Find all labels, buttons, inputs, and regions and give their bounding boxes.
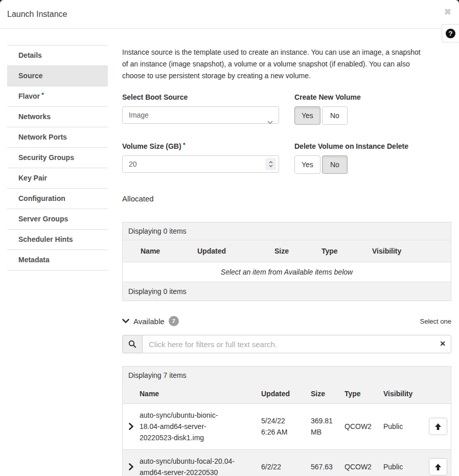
sidebar-item-server-groups[interactable]: Server Groups	[7, 209, 108, 230]
select-one-hint: Select one	[420, 318, 451, 325]
allocate-button[interactable]	[429, 458, 447, 475]
step-description: Instance source is the template used to …	[122, 47, 425, 82]
column-header-name: Name	[140, 390, 261, 398]
column-header-visibility: Visibility	[372, 247, 451, 255]
allocated-table: Displaying 0 items Name Updated Size Typ…	[122, 222, 451, 301]
sidebar-item-flavor[interactable]: Flavor*	[7, 86, 108, 107]
search-bar: ✕	[122, 335, 451, 353]
count-badge: 7	[169, 316, 179, 326]
cell-visibility: Public	[383, 421, 429, 432]
available-count: Displaying 7 items	[123, 367, 451, 384]
table-row: auto-sync/ubuntu-focal-20.04-amd64-serve…	[123, 449, 451, 476]
delete-volume-label: Delete Volume on Instance Delete	[294, 142, 451, 150]
sidebar-item-network-ports[interactable]: Network Ports	[7, 127, 108, 148]
required-asterisk: *	[183, 141, 186, 149]
search-addon	[122, 335, 142, 353]
sidebar-item-metadata[interactable]: Metadata	[7, 250, 108, 270]
column-header-type: Type	[322, 247, 372, 255]
cell-type: QCOW2	[345, 461, 383, 472]
wizard-sidebar: Details Source Flavor* Networks Network …	[7, 45, 108, 476]
row-expander-icon[interactable]	[123, 423, 140, 430]
step-content: Instance source is the template used to …	[108, 45, 451, 476]
launch-instance-modal: Launch Instance ✖ ? Details Source Flavo…	[0, 0, 459, 476]
cell-size: 369.81 MB	[311, 415, 345, 438]
sidebar-item-security-groups[interactable]: Security Groups	[7, 148, 108, 168]
create-volume-no-button[interactable]: No	[322, 106, 348, 125]
allocated-empty-row: Select an item from Available items belo…	[123, 262, 451, 282]
allocated-footer: Displaying 0 items	[123, 282, 451, 301]
sidebar-item-scheduler-hints[interactable]: Scheduler Hints	[7, 230, 108, 250]
volume-size-input[interactable]: 20	[122, 155, 279, 173]
create-volume-yes-button[interactable]: Yes	[294, 106, 320, 125]
table-row: auto-sync/ubuntu-bionic-18.04-amd64-serv…	[123, 403, 451, 449]
sidebar-item-configuration[interactable]: Configuration	[7, 189, 108, 209]
chevron-down-icon	[122, 319, 129, 324]
create-volume-label: Create New Volume	[294, 93, 451, 101]
cell-updated: 6/2/22	[261, 461, 311, 472]
column-header-updated: Updated	[197, 247, 274, 255]
form-row-1: Select Boot Source Image Create New Volu…	[122, 93, 451, 125]
allocate-button[interactable]	[429, 418, 447, 435]
cell-name: auto-sync/ubuntu-bionic-18.04-amd64-serv…	[140, 410, 261, 443]
modal-title: Launch Instance	[0, 0, 459, 19]
delete-volume-toggle: Yes No	[294, 155, 451, 174]
volume-size-value: 20	[129, 160, 137, 168]
expander-column	[123, 390, 140, 398]
spinner-down-icon	[269, 165, 273, 167]
create-volume-toggle: Yes No	[294, 106, 451, 125]
action-column	[429, 390, 451, 398]
allocated-heading: Allocated	[122, 194, 451, 203]
cell-visibility: Public	[383, 461, 429, 472]
cell-updated: 5/24/22 6:26 AM	[261, 415, 311, 438]
close-icon[interactable]: ✖	[444, 8, 451, 16]
spinner-up-icon	[269, 161, 273, 164]
available-collapse-toggle[interactable]: Available 7	[122, 316, 179, 326]
required-asterisk: *	[41, 91, 44, 99]
modal-header: Launch Instance ✖	[0, 0, 459, 29]
column-header-size: Size	[274, 247, 322, 255]
column-header-updated: Updated	[261, 390, 311, 398]
cell-size: 567.63	[311, 461, 345, 472]
arrow-up-icon	[434, 423, 442, 430]
boot-source-value: Image	[129, 111, 149, 119]
volume-size-label: Volume Size (GB)*	[122, 142, 279, 150]
column-header-name: Name	[123, 247, 197, 255]
column-header-visibility: Visibility	[383, 390, 429, 398]
number-spinner[interactable]	[265, 158, 276, 170]
column-header-size: Size	[311, 390, 345, 398]
search-icon	[128, 340, 136, 348]
sidebar-item-source[interactable]: Source	[7, 66, 108, 86]
modal-body: Details Source Flavor* Networks Network …	[0, 29, 459, 476]
sidebar-item-networks[interactable]: Networks	[7, 107, 108, 127]
available-heading: Available	[133, 317, 165, 326]
row-expander-icon[interactable]	[123, 463, 140, 470]
available-header-row: Name Updated Size Type Visibility	[123, 384, 451, 403]
question-icon: ?	[446, 29, 455, 38]
chevron-down-icon	[267, 114, 273, 130]
form-row-2: Volume Size (GB)* 20 Delete Volume on In…	[122, 142, 451, 174]
available-section-header: Available 7 Select one	[122, 316, 451, 326]
delete-volume-no-button[interactable]: No	[322, 155, 348, 174]
allocated-header-row: Name Updated Size Type Visibility	[123, 240, 451, 262]
search-input[interactable]	[142, 335, 451, 353]
available-table: Displaying 7 items Name Updated Size Typ…	[122, 366, 451, 476]
boot-source-label: Select Boot Source	[122, 93, 279, 101]
sidebar-item-key-pair[interactable]: Key Pair	[7, 168, 108, 189]
cell-type: QCOW2	[345, 421, 383, 432]
clear-search-icon[interactable]: ✕	[440, 340, 446, 347]
allocated-count: Displaying 0 items	[123, 222, 451, 240]
help-button[interactable]: ?	[442, 24, 459, 42]
cell-name: auto-sync/ubuntu-focal-20.04-amd64-serve…	[140, 456, 261, 476]
boot-source-select[interactable]: Image	[122, 106, 279, 124]
arrow-up-icon	[434, 463, 442, 471]
delete-volume-yes-button[interactable]: Yes	[294, 155, 320, 174]
sidebar-item-details[interactable]: Details	[7, 46, 108, 66]
column-header-type: Type	[345, 390, 383, 398]
